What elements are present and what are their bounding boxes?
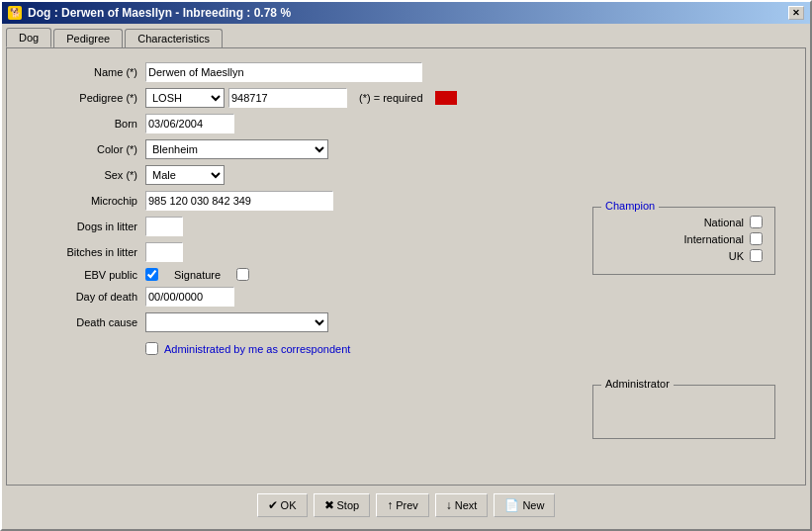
name-label: Name (*) [17,66,145,78]
prev-icon: ↑ [387,498,393,512]
close-button[interactable]: ✕ [788,6,804,20]
champion-national-row: National [605,216,763,228]
bitches-in-litter-input[interactable] [145,242,183,262]
stop-icon: ✖ [324,498,334,512]
ebv-label: EBV public [17,269,145,281]
ok-icon: ✔ [268,498,278,512]
signature-checkbox[interactable] [236,268,249,281]
new-icon: 📄 [504,498,519,512]
day-of-death-input[interactable] [145,287,234,307]
next-label: Next [455,499,478,511]
sex-select[interactable]: Male Female [145,165,225,185]
tab-dog[interactable]: Dog [6,28,51,47]
pedigree-row: Pedigree (*) LOSH (*) = required [17,88,795,108]
tab-pedigree[interactable]: Pedigree [53,29,123,47]
dogs-in-litter-input[interactable] [145,217,183,236]
window-title: Dog : Derwen of Maesllyn - Inbreeding : … [28,6,291,20]
ok-button[interactable]: ✔ OK [257,493,308,517]
ebv-public-checkbox[interactable] [145,268,158,281]
color-select[interactable]: Blenheim Ruby Tri-colour Black & Tan [145,139,328,159]
button-bar: ✔ OK ✖ Stop ↑ Prev ↓ Next 📄 New [6,486,806,525]
champion-international-row: International [605,232,763,245]
day-of-death-row: Day of death [17,287,795,307]
pedigree-prefix-select[interactable]: LOSH [145,88,225,108]
titlebar-title: 🐕 Dog : Derwen of Maesllyn - Inbreeding … [8,6,291,20]
required-indicator [435,91,457,105]
champion-international-checkbox[interactable] [750,232,763,245]
titlebar: 🐕 Dog : Derwen of Maesllyn - Inbreeding … [2,2,810,24]
color-row: Color (*) Blenheim Ruby Tri-colour Black… [17,139,795,159]
champion-international-label: International [605,233,744,245]
pedigree-label: Pedigree (*) [17,92,145,104]
born-label: Born [17,118,145,130]
microchip-label: Microchip [17,195,145,207]
new-button[interactable]: 📄 New [494,493,555,517]
new-label: New [522,499,544,511]
administrator-box: Administrator [592,385,775,439]
sex-label: Sex (*) [17,169,145,181]
champion-uk-label: UK [605,250,744,262]
next-icon: ↓ [446,498,452,512]
dogs-in-litter-label: Dogs in litter [17,221,145,232]
tab-characteristics[interactable]: Characteristics [125,29,223,47]
administrator-legend: Administrator [601,378,674,390]
name-input[interactable] [145,62,422,82]
champion-national-checkbox[interactable] [750,216,763,228]
stop-button[interactable]: ✖ Stop [314,493,371,517]
champion-legend: Champion [601,200,659,212]
pedigree-number-input[interactable] [228,88,347,108]
signature-label: Signature [174,269,221,281]
death-cause-row: Death cause [17,312,795,332]
champion-box: Champion National International UK [592,207,775,275]
admin-correspondent-checkbox[interactable] [145,342,158,355]
day-of-death-label: Day of death [17,291,145,303]
required-text: (*) = required [359,92,423,104]
content-area: Dog Pedigree Characteristics Name (*) Pe… [2,24,810,529]
main-window: 🐕 Dog : Derwen of Maesllyn - Inbreeding … [0,0,812,531]
death-cause-select[interactable] [145,312,328,332]
ok-label: OK [281,499,297,511]
tab-bar: Dog Pedigree Characteristics [6,28,806,47]
tab-panel-dog: Name (*) Pedigree (*) LOSH (*) = require… [6,47,806,486]
admin-correspondent-row: Administrated by me as correspondent [145,342,795,355]
champion-national-label: National [605,217,744,228]
bitches-in-litter-label: Bitches in litter [17,246,145,258]
champion-uk-row: UK [605,249,763,262]
death-cause-label: Death cause [17,316,145,328]
stop-label: Stop [337,499,360,511]
prev-button[interactable]: ↑ Prev [376,493,429,517]
next-button[interactable]: ↓ Next [435,493,489,517]
color-label: Color (*) [17,143,145,155]
champion-uk-checkbox[interactable] [750,249,763,262]
prev-label: Prev [396,499,418,511]
app-icon: 🐕 [8,6,22,20]
microchip-input[interactable] [145,191,333,211]
pedigree-fields: LOSH (*) = required [145,88,457,108]
name-row: Name (*) [17,62,795,82]
born-row: Born [17,114,795,133]
ebv-controls: Signature [145,268,249,281]
sex-row: Sex (*) Male Female [17,165,795,185]
admin-correspondent-link[interactable]: Administrated by me as correspondent [164,343,350,355]
born-input[interactable] [145,114,234,133]
